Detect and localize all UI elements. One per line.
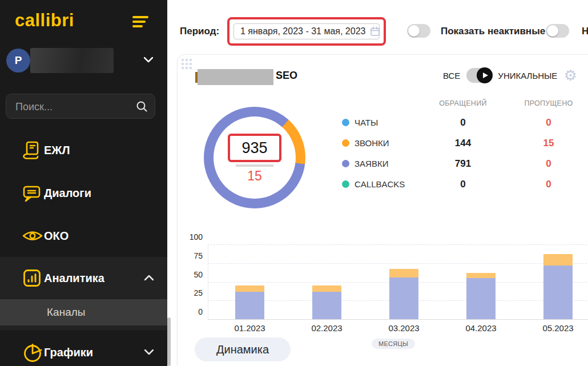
sidebar-item-grafiki[interactable]: Графики xyxy=(0,332,167,366)
gridline xyxy=(208,263,588,264)
column-header-appeals: ОБРАЩЕНИЙ xyxy=(429,99,497,107)
total-divider xyxy=(236,164,273,167)
total-appeals-value: 935 xyxy=(241,139,267,157)
truncated-label: Н xyxy=(582,26,588,37)
annotation-box-total: 935 xyxy=(228,134,281,162)
y-tick-label: 25 xyxy=(178,288,203,297)
avatar[interactable]: P xyxy=(6,49,30,73)
y-tick-label: 0 xyxy=(178,307,203,316)
x-tick-label: 02.2023 xyxy=(299,323,356,333)
x-tick-label: 03.2023 xyxy=(376,323,433,333)
legend-dot xyxy=(342,139,349,147)
search-input[interactable] xyxy=(14,94,131,119)
scrollbar-thumb[interactable] xyxy=(167,317,171,366)
y-tick-label: 50 xyxy=(178,270,203,279)
legend-dot xyxy=(342,180,349,188)
secondary-toggle[interactable] xyxy=(546,24,569,38)
mode-toggle-group: ВСЕ УНИКАЛЬНЫЕ ⚙ xyxy=(443,67,577,83)
annotation-box-period: 1 января, 2023 - 31 мая, 2023 xyxy=(227,17,386,46)
account-name-redacted xyxy=(30,48,114,73)
y-tick-label: 75 xyxy=(178,251,203,260)
x-tick-label: 01.2023 xyxy=(221,323,279,333)
sidebar-item-kanaly[interactable]: Каналы xyxy=(0,299,167,325)
mode-all-label[interactable]: ВСЕ xyxy=(443,71,460,81)
pie-chart-icon xyxy=(22,342,43,364)
bar-segment-ЗАЯВКИ xyxy=(543,266,573,319)
show-inactive-toggle[interactable] xyxy=(407,24,430,38)
channel-card-seo: SEO ВСЕ УНИКАЛЬНЫЕ ⚙ 935 15 ОБРАЩЕНИЙ ПР… xyxy=(177,54,588,366)
sidebar-search xyxy=(6,94,155,119)
chevron-down-icon[interactable] xyxy=(144,57,153,63)
card-title: SEO xyxy=(276,70,297,82)
eye-icon xyxy=(22,226,43,246)
bar-segment-ЗВОНКИ xyxy=(389,269,418,277)
bar-segment-ЗАЯВКИ xyxy=(312,292,341,319)
chevron-down-icon[interactable] xyxy=(144,349,154,355)
date-range-value: 1 января, 2023 - 31 мая, 2023 xyxy=(240,26,365,37)
app-root: callibri P ЕЖЛ xyxy=(0,0,588,366)
y-tick-label: 100 xyxy=(178,232,203,242)
x-tick-label: 04.2023 xyxy=(453,323,510,333)
sidebar-item-label: ОКО xyxy=(44,230,69,242)
chat-icon xyxy=(22,183,42,203)
sidebar: callibri P ЕЖЛ xyxy=(0,0,167,366)
donut-center: 935 15 xyxy=(204,107,305,208)
period-label: Период: xyxy=(180,26,219,37)
legend-dot xyxy=(342,160,349,167)
mode-switch[interactable] xyxy=(466,68,492,83)
legend-row-callbacks[interactable]: CALLBACKS 0 0 xyxy=(342,178,584,191)
legend-row-chats[interactable]: ЧАТЫ 0 0 xyxy=(342,116,584,130)
chevron-up-icon[interactable] xyxy=(144,275,154,281)
legend-row-leads[interactable]: ЗАЯВКИ 791 0 xyxy=(342,157,584,171)
sidebar-item-dialogi[interactable]: Диалоги xyxy=(0,173,167,213)
show-inactive-label: Показать неактивные xyxy=(441,26,545,37)
drag-handle[interactable] xyxy=(182,59,184,61)
bar-segment-ЗАЯВКИ xyxy=(235,292,264,319)
sidebar-item-label: Графики xyxy=(44,346,93,359)
bar-segment-ЗАЯВКИ xyxy=(389,277,418,319)
missed-total-value: 15 xyxy=(204,168,305,184)
x-axis-title: МЕСЯЦЫ xyxy=(372,339,415,349)
hamburger-menu-icon[interactable] xyxy=(132,16,148,30)
sidebar-item-label: Диалоги xyxy=(44,187,91,199)
sidebar-item-label: Аналитика xyxy=(44,272,104,284)
bar-chart-icon xyxy=(22,268,42,288)
column-header-missed: ПРОПУЩЕНО xyxy=(514,99,583,107)
search-icon[interactable] xyxy=(136,100,148,112)
callibri-logo[interactable]: callibri xyxy=(15,10,74,31)
date-range-input[interactable]: 1 января, 2023 - 31 мая, 2023 xyxy=(233,23,380,39)
bar-segment-ЗАЯВКИ xyxy=(466,278,496,319)
bar-segment-ЗВОНКИ xyxy=(312,285,341,291)
calendar-icon xyxy=(370,26,380,37)
x-tick-label: 05.2023 xyxy=(530,323,587,333)
bar-segment-ЗВОНКИ xyxy=(235,285,264,291)
gridline xyxy=(208,244,588,245)
bar-segment-ЗВОНКИ xyxy=(466,273,496,278)
legend-dot xyxy=(342,119,349,126)
legend-row-calls[interactable]: ЗВОНКИ 144 15 xyxy=(342,136,584,150)
sidebar-item-label: ЕЖЛ xyxy=(44,144,70,156)
sidebar-item-oko[interactable]: ОКО xyxy=(0,216,167,256)
x-axis-line xyxy=(208,319,588,320)
sidebar-item-ezhl[interactable]: ЕЖЛ xyxy=(0,130,167,170)
journal-icon xyxy=(22,140,42,160)
play-icon xyxy=(477,67,493,83)
site-name-redacted xyxy=(198,69,273,85)
dynamics-button[interactable]: Динамика xyxy=(195,337,291,361)
gear-icon[interactable]: ⚙ xyxy=(563,68,577,83)
sidebar-item-analitika[interactable]: Аналитика xyxy=(0,258,167,298)
bar-segment-ЗВОНКИ xyxy=(543,254,573,266)
mode-unique-label[interactable]: УНИКАЛЬНЫЕ xyxy=(498,71,557,81)
